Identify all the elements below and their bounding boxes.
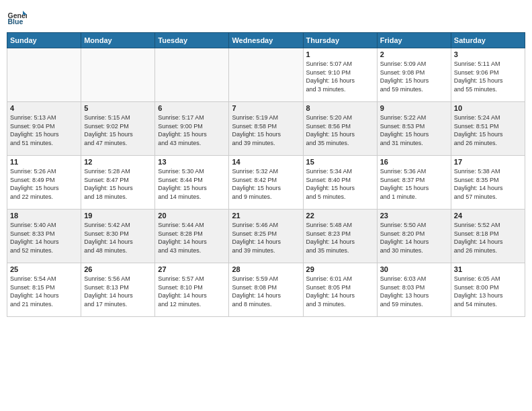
- day-number: 7: [232, 104, 300, 112]
- day-info: Sunrise: 5:26 AM Sunset: 8:49 PM Dayligh…: [10, 167, 78, 201]
- page-header: General Blue: [7, 7, 525, 27]
- day-info: Sunrise: 5:20 AM Sunset: 8:56 PM Dayligh…: [306, 113, 374, 147]
- calendar-cell: 10Sunrise: 5:24 AM Sunset: 8:51 PM Dayli…: [451, 102, 525, 156]
- calendar-week-row: 25Sunrise: 5:54 AM Sunset: 8:15 PM Dayli…: [7, 263, 525, 317]
- calendar-cell: 6Sunrise: 5:17 AM Sunset: 9:00 PM Daylig…: [155, 102, 229, 156]
- day-info: Sunrise: 5:40 AM Sunset: 8:33 PM Dayligh…: [10, 221, 78, 255]
- calendar-cell: 12Sunrise: 5:28 AM Sunset: 8:47 PM Dayli…: [81, 156, 155, 210]
- col-header-wednesday: Wednesday: [229, 33, 303, 48]
- day-number: 3: [454, 50, 522, 58]
- day-number: 4: [10, 104, 78, 112]
- col-header-sunday: Sunday: [7, 33, 81, 48]
- calendar-cell: 22Sunrise: 5:48 AM Sunset: 8:23 PM Dayli…: [303, 210, 377, 263]
- day-info: Sunrise: 5:11 AM Sunset: 9:06 PM Dayligh…: [454, 60, 522, 93]
- calendar-cell: 9Sunrise: 5:22 AM Sunset: 8:53 PM Daylig…: [377, 102, 451, 156]
- day-number: 13: [158, 158, 226, 166]
- day-info: Sunrise: 5:36 AM Sunset: 8:37 PM Dayligh…: [380, 167, 448, 201]
- calendar-cell: [229, 48, 303, 102]
- col-header-thursday: Thursday: [303, 33, 377, 48]
- day-info: Sunrise: 5:50 AM Sunset: 8:20 PM Dayligh…: [380, 221, 448, 255]
- calendar-cell: 31Sunrise: 6:05 AM Sunset: 8:00 PM Dayli…: [451, 263, 525, 317]
- day-info: Sunrise: 5:57 AM Sunset: 8:10 PM Dayligh…: [158, 275, 226, 308]
- calendar-cell: 17Sunrise: 5:38 AM Sunset: 8:35 PM Dayli…: [451, 156, 525, 210]
- day-number: 29: [306, 265, 374, 273]
- day-info: Sunrise: 5:32 AM Sunset: 8:42 PM Dayligh…: [232, 167, 300, 201]
- day-info: Sunrise: 5:46 AM Sunset: 8:25 PM Dayligh…: [232, 221, 300, 255]
- day-number: 24: [454, 212, 522, 220]
- calendar-cell: 2Sunrise: 5:09 AM Sunset: 9:08 PM Daylig…: [377, 48, 451, 102]
- day-info: Sunrise: 5:52 AM Sunset: 8:18 PM Dayligh…: [454, 221, 522, 255]
- calendar-cell: [81, 48, 155, 102]
- day-number: 26: [84, 265, 152, 273]
- calendar-cell: 5Sunrise: 5:15 AM Sunset: 9:02 PM Daylig…: [81, 102, 155, 156]
- calendar-cell: 3Sunrise: 5:11 AM Sunset: 9:06 PM Daylig…: [451, 48, 525, 102]
- day-number: 21: [232, 212, 300, 220]
- calendar-cell: 27Sunrise: 5:57 AM Sunset: 8:10 PM Dayli…: [155, 263, 229, 317]
- calendar-week-row: 4Sunrise: 5:13 AM Sunset: 9:04 PM Daylig…: [7, 102, 525, 156]
- calendar-cell: 28Sunrise: 5:59 AM Sunset: 8:08 PM Dayli…: [229, 263, 303, 317]
- day-info: Sunrise: 5:56 AM Sunset: 8:13 PM Dayligh…: [84, 275, 152, 308]
- calendar-cell: 21Sunrise: 5:46 AM Sunset: 8:25 PM Dayli…: [229, 210, 303, 263]
- calendar-week-row: 11Sunrise: 5:26 AM Sunset: 8:49 PM Dayli…: [7, 156, 525, 210]
- day-number: 8: [306, 104, 374, 112]
- day-number: 11: [10, 158, 78, 166]
- day-number: 10: [454, 104, 522, 112]
- calendar-week-row: 18Sunrise: 5:40 AM Sunset: 8:33 PM Dayli…: [7, 210, 525, 263]
- col-header-friday: Friday: [377, 33, 451, 48]
- day-number: 15: [306, 158, 374, 166]
- day-number: 31: [454, 265, 522, 273]
- calendar-week-row: 1Sunrise: 5:07 AM Sunset: 9:10 PM Daylig…: [7, 48, 525, 102]
- day-number: 6: [158, 104, 226, 112]
- calendar-cell: 16Sunrise: 5:36 AM Sunset: 8:37 PM Dayli…: [377, 156, 451, 210]
- calendar-cell: 26Sunrise: 5:56 AM Sunset: 8:13 PM Dayli…: [81, 263, 155, 317]
- calendar-cell: 20Sunrise: 5:44 AM Sunset: 8:28 PM Dayli…: [155, 210, 229, 263]
- day-number: 30: [380, 265, 448, 273]
- day-info: Sunrise: 5:15 AM Sunset: 9:02 PM Dayligh…: [84, 113, 152, 147]
- day-number: 9: [380, 104, 448, 112]
- day-info: Sunrise: 5:07 AM Sunset: 9:10 PM Dayligh…: [306, 60, 374, 93]
- day-number: 20: [158, 212, 226, 220]
- day-number: 28: [232, 265, 300, 273]
- calendar-cell: 29Sunrise: 6:01 AM Sunset: 8:05 PM Dayli…: [303, 263, 377, 317]
- calendar-cell: 8Sunrise: 5:20 AM Sunset: 8:56 PM Daylig…: [303, 102, 377, 156]
- calendar-cell: 30Sunrise: 6:03 AM Sunset: 8:03 PM Dayli…: [377, 263, 451, 317]
- col-header-saturday: Saturday: [451, 33, 525, 48]
- day-number: 2: [380, 50, 448, 58]
- calendar-cell: [7, 48, 81, 102]
- day-number: 5: [84, 104, 152, 112]
- day-info: Sunrise: 5:28 AM Sunset: 8:47 PM Dayligh…: [84, 167, 152, 201]
- calendar-cell: 23Sunrise: 5:50 AM Sunset: 8:20 PM Dayli…: [377, 210, 451, 263]
- calendar-cell: 11Sunrise: 5:26 AM Sunset: 8:49 PM Dayli…: [7, 156, 81, 210]
- logo: General Blue: [7, 7, 30, 27]
- day-info: Sunrise: 6:03 AM Sunset: 8:03 PM Dayligh…: [380, 275, 448, 308]
- day-number: 18: [10, 212, 78, 220]
- col-header-tuesday: Tuesday: [155, 33, 229, 48]
- day-info: Sunrise: 5:22 AM Sunset: 8:53 PM Dayligh…: [380, 113, 448, 147]
- day-info: Sunrise: 5:09 AM Sunset: 9:08 PM Dayligh…: [380, 60, 448, 93]
- calendar-cell: 4Sunrise: 5:13 AM Sunset: 9:04 PM Daylig…: [7, 102, 81, 156]
- day-number: 25: [10, 265, 78, 273]
- day-info: Sunrise: 5:34 AM Sunset: 8:40 PM Dayligh…: [306, 167, 374, 201]
- day-number: 17: [454, 158, 522, 166]
- calendar-cell: 25Sunrise: 5:54 AM Sunset: 8:15 PM Dayli…: [7, 263, 81, 317]
- day-number: 19: [84, 212, 152, 220]
- day-info: Sunrise: 5:59 AM Sunset: 8:08 PM Dayligh…: [232, 275, 300, 308]
- day-number: 22: [306, 212, 374, 220]
- day-info: Sunrise: 5:42 AM Sunset: 8:30 PM Dayligh…: [84, 221, 152, 255]
- calendar-cell: 15Sunrise: 5:34 AM Sunset: 8:40 PM Dayli…: [303, 156, 377, 210]
- day-info: Sunrise: 6:01 AM Sunset: 8:05 PM Dayligh…: [306, 275, 374, 308]
- calendar-cell: 1Sunrise: 5:07 AM Sunset: 9:10 PM Daylig…: [303, 48, 377, 102]
- day-info: Sunrise: 5:24 AM Sunset: 8:51 PM Dayligh…: [454, 113, 522, 147]
- calendar-cell: 14Sunrise: 5:32 AM Sunset: 8:42 PM Dayli…: [229, 156, 303, 210]
- day-number: 16: [380, 158, 448, 166]
- day-info: Sunrise: 6:05 AM Sunset: 8:00 PM Dayligh…: [454, 275, 522, 308]
- day-info: Sunrise: 5:38 AM Sunset: 8:35 PM Dayligh…: [454, 167, 522, 201]
- day-number: 1: [306, 50, 374, 58]
- day-info: Sunrise: 5:19 AM Sunset: 8:58 PM Dayligh…: [232, 113, 300, 147]
- col-header-monday: Monday: [81, 33, 155, 48]
- logo-icon: General Blue: [7, 7, 27, 27]
- day-info: Sunrise: 5:30 AM Sunset: 8:44 PM Dayligh…: [158, 167, 226, 201]
- day-info: Sunrise: 5:13 AM Sunset: 9:04 PM Dayligh…: [10, 113, 78, 147]
- calendar-header-row: SundayMondayTuesdayWednesdayThursdayFrid…: [7, 33, 525, 48]
- calendar-cell: 13Sunrise: 5:30 AM Sunset: 8:44 PM Dayli…: [155, 156, 229, 210]
